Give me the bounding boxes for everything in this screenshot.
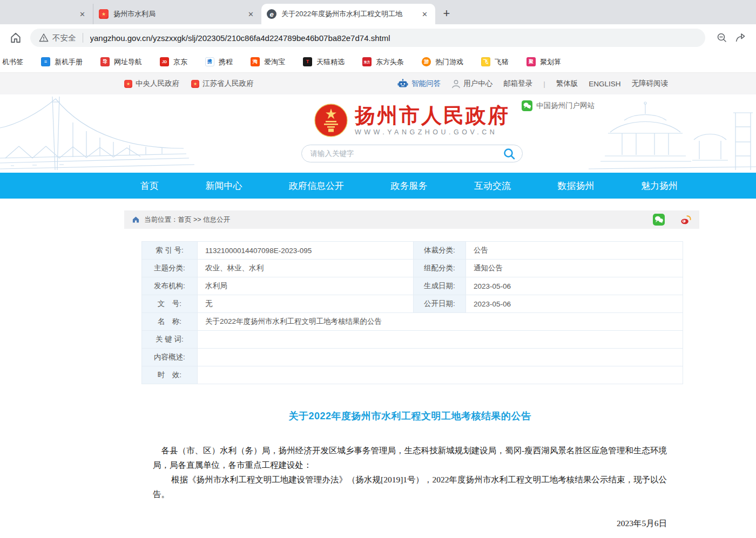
table-row: 发布机构: 水利局 生成日期: 2023-05-06: [142, 277, 683, 295]
user-icon: [451, 79, 461, 88]
meta-value: 公告: [466, 242, 683, 260]
bookmark-nav[interactable]: 导网址导航: [100, 57, 142, 67]
breadcrumb-label: 当前位置：: [144, 215, 178, 224]
bookmark-jd[interactable]: JD京东: [160, 57, 187, 67]
table-row: 名 称: 关于2022年度扬州市水利工程文明工地考核结果的公告: [142, 313, 683, 331]
warning-icon: [39, 33, 49, 43]
meta-label: 内容概述:: [142, 349, 198, 366]
english-link[interactable]: ENGLISH: [589, 80, 620, 88]
portal-link[interactable]: 中国扬州门户网站: [522, 100, 595, 111]
meta-value: 水利局: [198, 277, 414, 295]
nav-services[interactable]: 政务服务: [391, 180, 428, 192]
meta-value: [198, 366, 683, 384]
link-jiangsu-gov[interactable]: ★江苏省人民政府: [191, 79, 254, 88]
tab-active-article[interactable]: e 关于2022年度扬州市水利工程文明工地 ✕: [261, 4, 435, 24]
nav-data[interactable]: 数据扬州: [558, 180, 595, 192]
article-paragraph: 根据《扬州市水利工程文明工地建设管理办法》（扬水规[2019]1号），2022年…: [153, 472, 667, 501]
site-logo[interactable]: 扬州市人民政府 WWW.YANGZHOU.GOV.CN: [124, 94, 699, 138]
manual-icon: ≡: [41, 57, 50, 66]
home-icon[interactable]: [6, 29, 25, 47]
article-title: 关于2022年度扬州市水利工程文明工地考核结果的公告: [153, 410, 667, 423]
meta-label: 时 效:: [142, 366, 198, 384]
ctrip-icon: 携: [205, 57, 214, 66]
gov-utility-bar: ★中央人民政府 ★江苏省人民政府 智能问答 用户中心 邮箱登录 | 繁体版 EN…: [0, 73, 756, 94]
link-central-gov[interactable]: ★中央人民政府: [124, 79, 179, 88]
gov-emblem-icon: ★: [191, 80, 199, 88]
article-date: 2023年5月6日: [153, 518, 667, 529]
tab-cutoff[interactable]: ✕: [0, 4, 93, 24]
meta-label: 发布机构:: [142, 277, 198, 295]
new-tab-button[interactable]: +: [438, 5, 455, 22]
tab-title: 关于2022年度扬州市水利工程文明工地: [281, 9, 416, 19]
traditional-link[interactable]: 繁体版: [556, 79, 578, 88]
nav-charm[interactable]: 魅力扬州: [641, 180, 678, 192]
meta-label: 公开日期:: [414, 295, 466, 313]
taobao-icon: 淘: [251, 57, 260, 66]
tmall-icon: T: [303, 57, 312, 66]
meta-label: 生成日期:: [414, 277, 466, 295]
bookmark-games[interactable]: 游热门游戏: [422, 57, 463, 67]
document-meta-table: 索 引 号: 11321000014407098E-2023-095 体裁分类:…: [141, 241, 683, 384]
weibo-share-icon[interactable]: [680, 214, 692, 226]
tab-strip: ✕ ★ 扬州市水利局 ✕ e 关于2022年度扬州市水利工程文明工地 ✕ +: [0, 0, 756, 24]
bookmark-toutiao[interactable]: 东方东方头条: [362, 57, 404, 67]
close-icon[interactable]: ✕: [246, 9, 256, 19]
table-row: 索 引 号: 11321000014407098E-2023-095 体裁分类:…: [142, 242, 683, 260]
meta-label: 关 键 词:: [142, 331, 198, 349]
browser-toolbar: 不安全 yangzhou.gov.cn/yzszxxgk/slj/202305/…: [0, 24, 756, 51]
games-icon: 游: [422, 57, 431, 66]
bookmarks-bar: 机书签 ≡新机手册 导网址导航 JD京东 携携程 淘爱淘宝 T天猫精选 东方东方…: [0, 51, 756, 73]
national-emblem-icon: [314, 103, 348, 138]
share-icon[interactable]: [731, 29, 750, 47]
breadcrumb-path[interactable]: 首页 >> 信息公开: [178, 215, 231, 224]
bookmark-manual[interactable]: ≡新机手册: [41, 57, 83, 67]
toutiao-icon: 东方: [362, 57, 372, 66]
meta-value: 农业、林业、水利: [198, 260, 414, 277]
meta-value: 通知公告: [466, 260, 683, 277]
bookmark-phone[interactable]: 机书签: [2, 57, 23, 67]
juhuasuan-icon: 聚: [526, 57, 536, 66]
meta-label: 体裁分类:: [414, 242, 466, 260]
nav-info-disclosure[interactable]: 政府信息公开: [289, 180, 344, 192]
meta-label: 组配分类:: [414, 260, 466, 277]
smart-qa-link[interactable]: 智能问答: [397, 79, 441, 88]
meta-label: 文 号:: [142, 295, 198, 313]
mail-login-link[interactable]: 邮箱登录: [503, 79, 532, 88]
article-paragraph: 各县（市、区）水利（务）局，扬州经济开发区城乡事务管理局，生态科技新城规划建设局…: [153, 443, 667, 472]
meta-value: [198, 349, 683, 366]
meta-value: 11321000014407098E-2023-095: [198, 242, 414, 260]
address-bar[interactable]: 不安全 yangzhou.gov.cn/yzszxxgk/slj/202305/…: [30, 29, 705, 47]
user-center-link[interactable]: 用户中心: [451, 79, 492, 88]
page-content: 当前位置： 首页 >> 信息公开 索 引 号: 1132100001440709…: [124, 210, 699, 538]
bookmark-taobao[interactable]: 淘爱淘宝: [251, 57, 285, 67]
tab-shuiliju[interactable]: ★ 扬州市水利局 ✕: [93, 4, 261, 24]
fliggy-pig-icon: 飞: [481, 57, 490, 66]
tab-title: 扬州市水利局: [113, 9, 242, 19]
close-icon[interactable]: ✕: [77, 9, 87, 19]
wechat-share-icon[interactable]: [653, 214, 665, 226]
meta-value: 无: [198, 295, 414, 313]
wechat-icon: [522, 100, 532, 111]
close-icon[interactable]: ✕: [420, 9, 430, 19]
meta-value: 2023-05-06: [466, 295, 683, 313]
site-banner: 扬州市人民政府 WWW.YANGZHOU.GOV.CN 中国扬州门户网站: [0, 94, 756, 173]
table-row: 内容概述:: [142, 349, 683, 366]
meta-value: [198, 331, 683, 349]
nav-interaction[interactable]: 互动交流: [474, 180, 511, 192]
bookmark-tmall[interactable]: T天猫精选: [303, 57, 345, 67]
jd-icon: JD: [160, 57, 169, 66]
meta-value: 2023-05-06: [466, 277, 683, 295]
robot-icon: [397, 79, 408, 88]
bookmark-ctrip[interactable]: 携携程: [205, 57, 233, 67]
breadcrumb: 当前位置： 首页 >> 信息公开: [124, 210, 699, 229]
bookmark-juhuasuan[interactable]: 聚聚划算: [526, 57, 561, 67]
search-icon[interactable]: [503, 147, 516, 160]
bookmark-fliggy[interactable]: 飞飞猪: [481, 57, 509, 67]
nav-home[interactable]: 首页: [140, 180, 159, 192]
nav-news[interactable]: 新闻中心: [206, 180, 242, 192]
table-row: 时 效:: [142, 366, 683, 384]
search-input[interactable]: [310, 149, 503, 158]
nav-site-icon: 导: [100, 57, 110, 66]
accessibility-link[interactable]: 无障碍阅读: [632, 79, 669, 88]
zoom-out-icon[interactable]: [713, 29, 731, 47]
